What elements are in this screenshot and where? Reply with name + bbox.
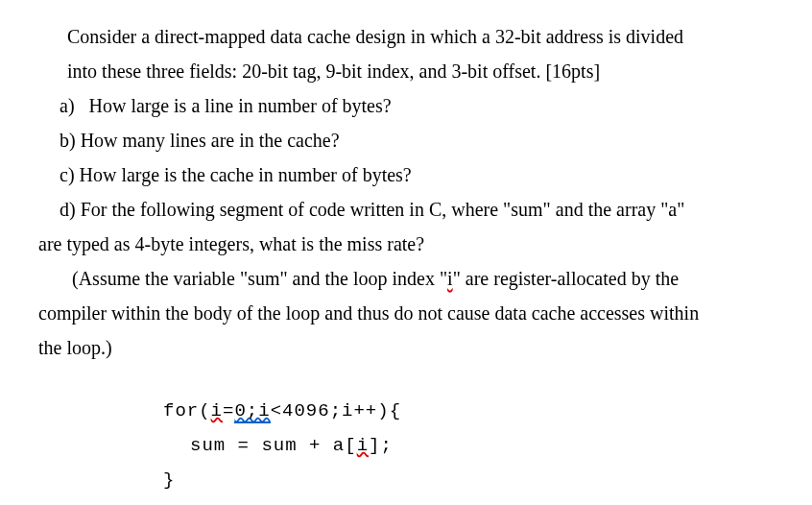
code-body-i: i (357, 435, 369, 456)
assume-start: (Assume the variable "sum" and the loop … (72, 268, 447, 289)
question-d-line-2: are typed as 4-byte integers, what is th… (38, 227, 774, 261)
assumption-line-1: (Assume the variable "sum" and the loop … (38, 261, 774, 296)
code-close-line: } (163, 463, 774, 497)
question-a: a) How large is a line in number of byte… (38, 88, 774, 123)
intro-line-2: into these three fields: 20-bit tag, 9-b… (38, 54, 774, 88)
question-b: b) How many lines are in the cache? (38, 123, 774, 157)
code-for-start: for( (163, 400, 211, 421)
code-body-end: ]; (369, 435, 393, 456)
code-for-i-1: i (211, 400, 223, 421)
code-body-start: sum = sum + a[ (190, 435, 357, 456)
code-for-0i: 0;i (234, 400, 270, 423)
intro-line-1: Consider a direct-mapped data cache desi… (38, 19, 774, 54)
code-body-line: sum = sum + a[i]; (190, 428, 774, 463)
assumption-line-2: compiler within the body of the loop and… (38, 296, 774, 330)
code-for-rest: <4096;i++){ (271, 400, 401, 421)
code-block: for(i=0;i<4096;i++){ sum = sum + a[i]; } (163, 394, 774, 497)
question-c: c) How large is the cache in number of b… (38, 157, 774, 192)
code-for-line: for(i=0;i<4096;i++){ (163, 394, 774, 428)
assume-mid: " are register-allocated by the (453, 268, 679, 289)
question-d-line-1: d) For the following segment of code wri… (38, 192, 774, 227)
code-for-eq: = (223, 400, 234, 421)
assumption-line-3: the loop.) (38, 330, 774, 365)
item-a-prefix: a) (60, 95, 75, 116)
item-a-text: How large is a line in number of bytes? (89, 95, 392, 116)
